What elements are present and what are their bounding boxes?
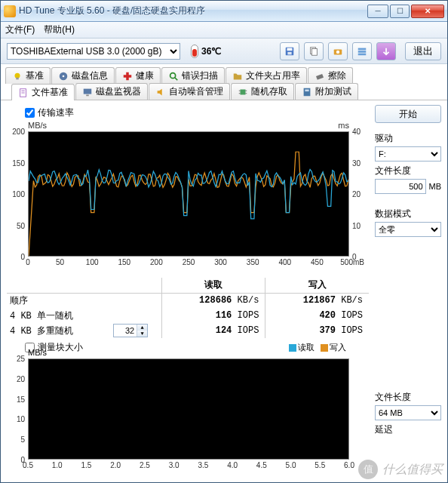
disk-icon (58, 71, 69, 82)
filelen2-label: 文件长度 (375, 391, 441, 404)
content-area: 传输速率 MB/s ms 050100150200 010203040 (1, 100, 447, 482)
svg-rect-9 (358, 53, 367, 55)
drive-select-wrap: TOSHIBAExternal USB 3.0 (2000 gB) (7, 43, 180, 60)
chart2-y-unit: MB/s (28, 348, 47, 357)
queue-depth-stepper[interactable]: ▲▼ (113, 324, 148, 337)
drive-letter-select[interactable]: F: (375, 146, 441, 162)
toolbar: TOSHIBAExternal USB 3.0 (2000 gB) 36℃ 退出 (1, 38, 447, 64)
refresh-button[interactable] (376, 42, 396, 60)
legend-read-swatch-icon (289, 344, 296, 352)
bulb-icon (12, 71, 23, 82)
table-row: 4 KB 多重随机▲▼124 IOPS379 IOPS (7, 323, 369, 338)
table-row: 4 KB 单一随机116 IOPS420 IOPS (7, 308, 369, 323)
tab-文件夹占用率[interactable]: 文件夹占用率 (226, 67, 307, 84)
transfer-rate-chart: MB/s ms 050100150200 010203040 (7, 122, 369, 273)
chart1-y-left-unit: MB/s (28, 121, 47, 130)
tab-错误扫描[interactable]: 错误扫描 (161, 67, 225, 84)
monitor-icon (82, 87, 93, 97)
svg-line-17 (175, 77, 178, 80)
filelen-unit: MB (429, 182, 442, 191)
folder-icon (232, 71, 243, 82)
datamode-label: 数据模式 (375, 208, 441, 220)
transfer-rate-label: 传输速率 (38, 106, 74, 119)
svg-point-10 (15, 72, 20, 78)
results-table: 读取写入顺序128686 KB/s121867 KB/s4 KB 单一随机116… (7, 278, 369, 338)
chart2-legend: 读取 写入 (289, 342, 346, 353)
chip-icon (238, 87, 248, 97)
svg-rect-4 (311, 48, 317, 55)
svg-rect-22 (84, 88, 92, 94)
tab-擦除[interactable]: 擦除 (308, 67, 353, 84)
app-logo-icon (4, 5, 16, 17)
copy-button[interactable] (304, 42, 324, 60)
svg-rect-7 (358, 48, 367, 50)
screenshot-button[interactable] (328, 42, 348, 60)
calc-icon (302, 87, 312, 97)
tab-文件基准[interactable]: 文件基准 (11, 84, 75, 100)
delay-label: 延迟 (375, 423, 441, 436)
window-title: HD Tune 专业版 5.60 - 硬盘/固态硬盘实用程序 (19, 5, 366, 17)
close-button[interactable]: ✕ (411, 5, 444, 18)
menu-help[interactable]: 帮助(H) (44, 23, 75, 36)
svg-rect-30 (305, 89, 308, 91)
eraser-icon (315, 71, 325, 82)
save-button[interactable] (280, 42, 299, 60)
filelen-label: 文件长度 (375, 165, 441, 177)
svg-point-13 (63, 75, 65, 77)
app-window: HD Tune 专业版 5.60 - 硬盘/固态硬盘实用程序 ─ ☐ ✕ 文件(… (0, 0, 448, 483)
temperature-value: 36℃ (201, 46, 221, 57)
sidebar: 开始 驱动 F: 文件长度 MB 数据模式 全零 文件长度 64 MB 延迟 (375, 105, 441, 476)
tab-磁盘监视器[interactable]: 磁盘监视器 (75, 83, 148, 100)
svg-point-6 (336, 50, 339, 53)
settings-button[interactable] (352, 42, 372, 60)
tab-附加测试[interactable]: 附加测试 (295, 83, 358, 100)
tabstrip: 基准磁盘信息健康错误扫描文件夹占用率擦除 文件基准磁盘监视器自动噪音管理随机存取… (1, 64, 447, 100)
filelen-field[interactable] (375, 179, 426, 194)
chart2-plot (28, 358, 349, 460)
tab-磁盘信息[interactable]: 磁盘信息 (51, 67, 115, 84)
exit-button[interactable]: 退出 (405, 42, 441, 60)
plus-icon (122, 71, 133, 82)
svg-rect-29 (304, 88, 311, 96)
search-icon (168, 71, 179, 82)
thermometer-icon (191, 45, 198, 58)
drive-select[interactable]: TOSHIBAExternal USB 3.0 (2000 gB) (7, 43, 180, 60)
blocksize-chart: MB/s 0510152025 0.51.01.52.02.53.03.54.0… (7, 355, 369, 476)
svg-rect-18 (316, 73, 324, 79)
svg-rect-23 (86, 94, 89, 96)
menubar: 文件(F) 帮助(H) (1, 22, 447, 38)
table-row: 顺序128686 KB/s121867 KB/s (7, 293, 369, 308)
datamode-select[interactable]: 全零 (375, 222, 441, 237)
page-icon (18, 88, 29, 98)
transfer-rate-checkbox[interactable] (25, 108, 35, 118)
chart1-y-right-unit: ms (338, 121, 349, 130)
svg-rect-2 (287, 51, 291, 54)
svg-rect-8 (358, 51, 367, 53)
titlebar: HD Tune 专业版 5.60 - 硬盘/固态硬盘实用程序 ─ ☐ ✕ (1, 1, 447, 22)
filelen2-select[interactable]: 64 MB (375, 405, 441, 420)
tab-自动噪音管理[interactable]: 自动噪音管理 (149, 83, 230, 100)
maximize-button[interactable]: ☐ (390, 5, 410, 18)
svg-point-16 (170, 72, 176, 78)
speaker-icon (155, 87, 166, 97)
svg-rect-15 (124, 75, 132, 78)
svg-rect-24 (241, 89, 246, 94)
minimize-button[interactable]: ─ (367, 5, 388, 18)
tab-基准[interactable]: 基准 (5, 67, 51, 84)
legend-write-swatch-icon (321, 344, 328, 352)
chart1-plot (28, 131, 349, 257)
tab-随机存取[interactable]: 随机存取 (231, 83, 294, 100)
transfer-rate-checkbox-row: 传输速率 (25, 106, 369, 119)
start-button[interactable]: 开始 (375, 105, 441, 123)
drive-label: 驱动 (375, 132, 441, 145)
temperature-display: 36℃ (191, 45, 221, 58)
svg-rect-1 (287, 48, 293, 51)
svg-rect-11 (16, 77, 19, 79)
menu-file[interactable]: 文件(F) (5, 23, 35, 36)
tab-健康[interactable]: 健康 (115, 67, 161, 84)
